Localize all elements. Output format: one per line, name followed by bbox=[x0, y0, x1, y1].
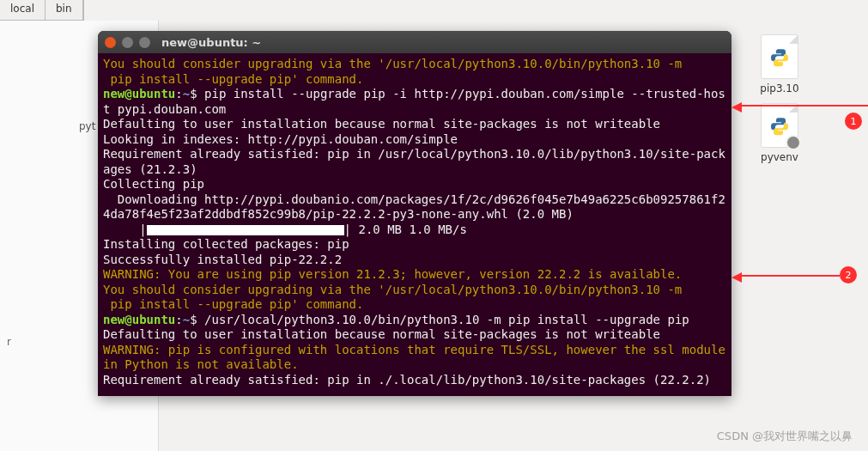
command-input: pip install --upgrade pip -i http://pypi… bbox=[103, 87, 725, 116]
sidebar-row: r bbox=[7, 336, 11, 348]
breadcrumb-item-bin[interactable]: bin bbox=[46, 0, 83, 20]
annotation-arrow bbox=[740, 105, 868, 107]
command-input: /usr/local/python3.10.0/bin/python3.10 -… bbox=[197, 313, 689, 326]
fm-icon-label-partial: pyt bbox=[79, 120, 95, 132]
terminal-window[interactable]: new@ubuntu: ~ You should consider upgrad… bbox=[98, 31, 731, 396]
window-title: new@ubuntu: ~ bbox=[161, 36, 261, 49]
prompt-sep: : bbox=[175, 313, 182, 326]
warning-line: pip install --upgrade pip' command. bbox=[103, 297, 363, 311]
output-line: Requirement already satisfied: pip in ./… bbox=[103, 373, 711, 387]
prompt-dollar: $ bbox=[190, 87, 197, 101]
output-line: Downloading http://pypi.doubanio.com/pac… bbox=[103, 192, 725, 222]
terminal-titlebar[interactable]: new@ubuntu: ~ bbox=[98, 31, 731, 53]
prompt-user: new@ubuntu bbox=[103, 87, 175, 101]
file-icon-pyvenv[interactable]: pyvenv bbox=[750, 103, 810, 163]
terminal-body[interactable]: You should consider upgrading via the '/… bbox=[98, 53, 731, 396]
watermark: CSDN @我对世界嘴之以鼻 bbox=[717, 429, 853, 444]
prompt-dollar: $ bbox=[190, 313, 197, 326]
prompt-path: ~ bbox=[183, 87, 190, 101]
python-file-icon bbox=[761, 103, 798, 148]
warning-line: You should consider upgrading via the '/… bbox=[103, 57, 682, 70]
prompt-user: new@ubuntu bbox=[103, 313, 175, 326]
prompt-path: ~ bbox=[183, 313, 190, 326]
progress-pre: | bbox=[103, 222, 147, 236]
progress-post: | 2.0 MB 1.0 MB/s bbox=[344, 222, 467, 236]
warning-line: WARNING: You are using pip version 21.2.… bbox=[103, 267, 682, 281]
gear-overlay-icon bbox=[786, 135, 801, 150]
output-line: Successfully installed pip-22.2.2 bbox=[103, 253, 342, 266]
output-line: Requirement already satisfied: pip in /u… bbox=[103, 147, 725, 176]
warning-line: WARNING: pip is configured with location… bbox=[103, 343, 731, 372]
breadcrumb-item-local[interactable]: local bbox=[0, 0, 46, 20]
breadcrumb[interactable]: local bin bbox=[0, 0, 84, 21]
maximize-icon[interactable] bbox=[139, 37, 150, 48]
output-line: Looking in indexes: http://pypi.douban.c… bbox=[103, 132, 458, 146]
annotation-arrow bbox=[740, 275, 840, 277]
output-line: Defaulting to user installation because … bbox=[103, 117, 660, 131]
annotation-badge-1: 1 bbox=[845, 113, 862, 130]
file-icon-pip3[interactable]: pip3.10 bbox=[750, 34, 810, 94]
prompt-sep: : bbox=[175, 87, 182, 101]
python-file-icon bbox=[761, 34, 798, 79]
progress-bar bbox=[147, 225, 344, 235]
output-line: Defaulting to user installation because … bbox=[103, 327, 660, 341]
warning-line: pip install --upgrade pip' command. bbox=[103, 72, 363, 86]
minimize-icon[interactable] bbox=[122, 37, 133, 48]
output-line: Collecting pip bbox=[103, 177, 204, 191]
annotation-badge-2: 2 bbox=[840, 266, 857, 283]
close-icon[interactable] bbox=[105, 37, 116, 48]
file-label: pyvenv bbox=[750, 151, 810, 163]
file-label: pip3.10 bbox=[750, 82, 810, 94]
warning-line: You should consider upgrading via the '/… bbox=[103, 283, 682, 296]
output-line: Installing collected packages: pip bbox=[103, 237, 349, 251]
